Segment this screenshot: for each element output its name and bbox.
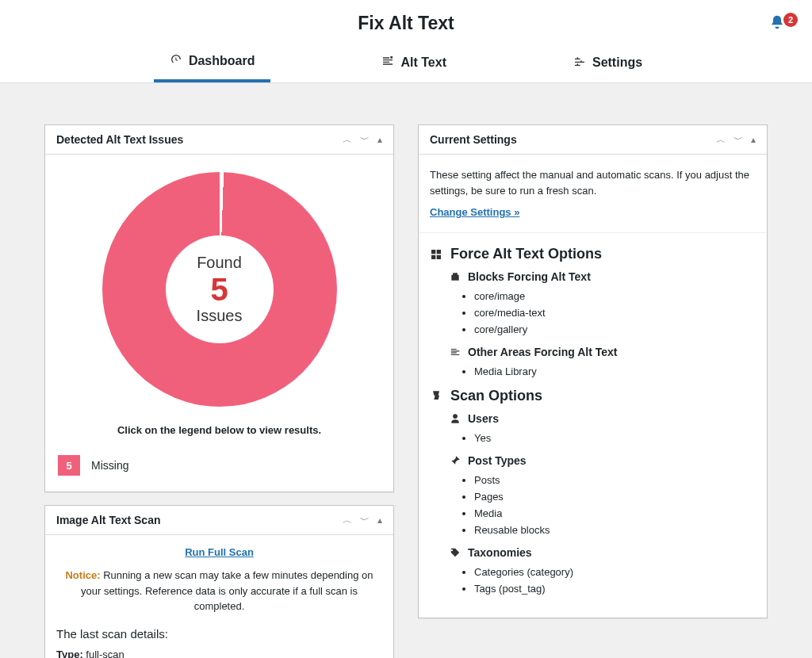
bell-icon (769, 14, 785, 33)
list-item: Pages (474, 488, 756, 505)
legend-label-missing: Missing (91, 459, 128, 472)
subsection-taxonomies: Taxonomies (449, 546, 756, 559)
subsection-title: Blocks Forcing Alt Text (468, 270, 591, 283)
pin-icon (449, 454, 462, 467)
list-item: Categories (category) (474, 564, 756, 580)
collapse-up-icon[interactable]: ︿ (343, 515, 352, 525)
list-item: Media Library (474, 363, 756, 380)
caret-up-icon[interactable]: ▴ (751, 135, 756, 144)
issues-label: Issues (197, 307, 243, 325)
list-item: Tags (post_tag) (474, 580, 756, 597)
list-item: core/gallery (474, 321, 756, 338)
list-item: Posts (474, 472, 756, 488)
collapse-down-icon[interactable]: ﹀ (360, 135, 370, 144)
subsection-users: Users (449, 412, 756, 425)
section-force-alt-text: Force Alt Text Options (430, 246, 756, 262)
legend-row[interactable]: 5 Missing (56, 455, 382, 480)
card-actions: ︿ ﹀ ▴ (343, 515, 382, 525)
donut-center: Found 5 Issues (197, 254, 243, 325)
tab-dashboard[interactable]: Dashboard (154, 45, 271, 82)
card-actions: ︿ ﹀ ▴ (343, 135, 382, 144)
notification-count-badge: 2 (783, 13, 798, 27)
list-item: core/image (474, 288, 756, 304)
section-title: Scan Options (450, 388, 542, 404)
detected-issues-card: Detected Alt Text Issues ︿ ﹀ ▴ Found 5 I… (44, 124, 394, 492)
dashboard-icon (170, 53, 182, 68)
found-label: Found (197, 254, 243, 272)
post-types-list: Posts Pages Media Reusable blocks (474, 472, 756, 538)
divider (419, 232, 767, 233)
legend-swatch-missing: 5 (58, 455, 80, 476)
subsection-post-types: Post Types (449, 454, 756, 467)
list-item: Reusable blocks (474, 522, 756, 538)
content-area: Detected Alt Text Issues ︿ ﹀ ▴ Found 5 I… (0, 83, 812, 658)
tab-alt-text[interactable]: Alt Text (366, 45, 462, 82)
page-title: Fix Alt Text (0, 13, 812, 45)
collapse-up-icon[interactable]: ︿ (716, 135, 726, 144)
list-item: Media (474, 505, 756, 522)
subsection-blocks: Blocks Forcing Alt Text (449, 270, 756, 283)
subsection-title: Users (468, 412, 499, 425)
other-areas-list: Media Library (474, 363, 756, 380)
force-icon (430, 248, 442, 261)
settings-description: These setting affect the manual and auto… (430, 167, 756, 198)
caret-up-icon[interactable]: ▴ (377, 515, 382, 525)
type-label: Type: (56, 648, 83, 659)
scan-notice: Notice: Running a new scan may take a fe… (56, 568, 382, 614)
run-full-scan-link[interactable]: Run Full Scan (56, 546, 382, 558)
section-title: Force Alt Text Options (450, 246, 602, 262)
last-scan-heading: The last scan details: (56, 627, 382, 641)
subsection-title: Taxonomies (468, 546, 532, 559)
taxonomies-list: Categories (category) Tags (post_tag) (474, 564, 756, 597)
card-header: Current Settings ︿ ﹀ ▴ (419, 125, 767, 155)
collapse-down-icon[interactable]: ﹀ (360, 515, 370, 525)
scan-card: Image Alt Text Scan ︿ ﹀ ▴ Run Full Scan … (44, 505, 394, 658)
caret-up-icon[interactable]: ▴ (377, 135, 382, 144)
list-item: core/media-text (474, 304, 756, 321)
card-title: Detected Alt Text Issues (56, 133, 183, 146)
issues-count: 5 (197, 272, 243, 307)
subsection-title: Other Areas Forcing Alt Text (468, 346, 618, 358)
other-areas-icon (449, 346, 462, 358)
notice-text: Running a new scan may take a few minute… (81, 569, 373, 612)
card-header: Image Alt Text Scan ︿ ﹀ ▴ (45, 506, 393, 535)
tab-settings[interactable]: Settings (557, 45, 658, 82)
users-icon (449, 412, 462, 425)
scan-type-row: Type: full-scan (56, 648, 382, 659)
scan-icon (430, 390, 442, 403)
card-title: Current Settings (430, 133, 517, 146)
card-actions: ︿ ﹀ ▴ (716, 135, 756, 144)
blocks-icon (449, 270, 462, 283)
top-bar: Fix Alt Text 2 Dashboard Alt Text (0, 0, 812, 83)
legend-hint: Click on the legend below to view result… (117, 424, 321, 436)
section-scan-options: Scan Options (430, 388, 756, 404)
blocks-list: core/image core/media-text core/gallery (474, 288, 756, 338)
card-title: Image Alt Text Scan (56, 514, 160, 526)
tab-label: Alt Text (400, 55, 446, 70)
tab-label: Dashboard (189, 54, 255, 68)
subsection-other-areas: Other Areas Forcing Alt Text (449, 346, 756, 358)
tab-bar: Dashboard Alt Text Settings (0, 45, 812, 82)
left-column: Detected Alt Text Issues ︿ ﹀ ▴ Found 5 I… (44, 124, 394, 658)
list-item: Yes (474, 430, 756, 446)
collapse-up-icon[interactable]: ︿ (343, 135, 352, 144)
tab-label: Settings (592, 55, 642, 70)
users-list: Yes (474, 430, 756, 446)
notifications[interactable]: 2 (769, 14, 798, 33)
alt-text-icon (381, 55, 394, 70)
tag-icon (449, 546, 462, 559)
current-settings-card: Current Settings ︿ ﹀ ▴ These setting aff… (418, 124, 768, 618)
card-header: Detected Alt Text Issues ︿ ﹀ ▴ (45, 125, 393, 155)
notice-label: Notice: (65, 569, 100, 581)
change-settings-link[interactable]: Change Settings » (430, 206, 519, 218)
settings-icon (573, 55, 586, 70)
issues-donut-chart[interactable]: Found 5 Issues (102, 172, 337, 407)
collapse-down-icon[interactable]: ﹀ (733, 135, 743, 144)
right-column: Current Settings ︿ ﹀ ▴ These setting aff… (418, 124, 768, 618)
subsection-title: Post Types (468, 454, 527, 467)
type-value: full-scan (83, 648, 124, 659)
